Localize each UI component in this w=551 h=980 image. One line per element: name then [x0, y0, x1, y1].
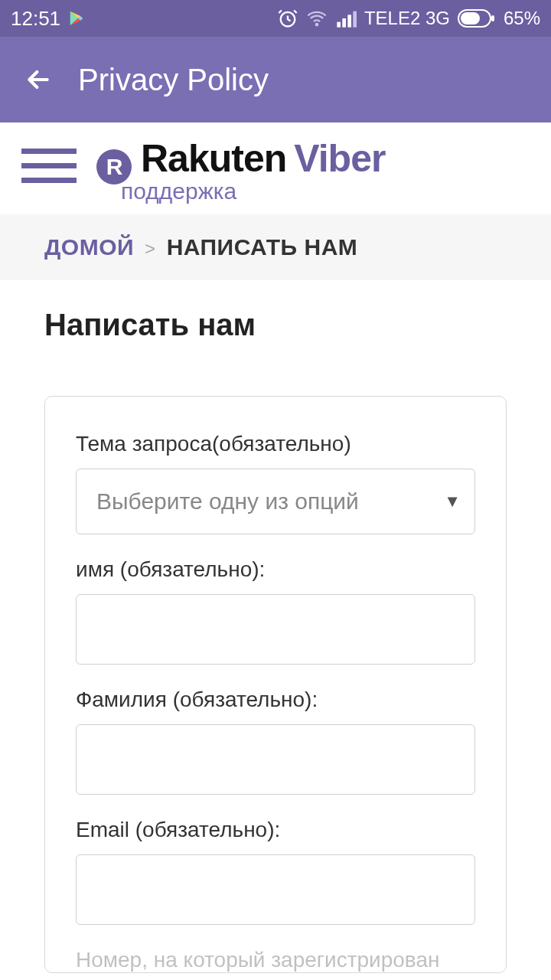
subject-placeholder: Выберите одну из опций [96, 488, 359, 514]
field-subject: Тема запроса(обязательно) Выберите одну … [76, 432, 475, 534]
battery-percent: 65% [504, 8, 540, 29]
firstname-label: имя (обязательно): [76, 557, 475, 582]
svg-rect-8 [491, 15, 494, 21]
breadcrumb-current: НАПИСАТЬ НАМ [167, 234, 358, 260]
svg-rect-5 [353, 11, 357, 28]
firstname-input[interactable] [76, 594, 475, 665]
field-firstname: имя (обязательно): [76, 557, 475, 665]
page-title: Написать нам [44, 308, 507, 342]
appbar-title: Privacy Policy [78, 63, 269, 97]
breadcrumb-separator: > [145, 238, 156, 260]
site-header: R Rakuten Viber поддержка [0, 122, 551, 214]
chevron-down-icon: ▼ [444, 492, 461, 511]
app-bar: Privacy Policy [0, 37, 551, 122]
logo-r-icon: R [96, 149, 132, 185]
lastname-label: Фамилия (обязательно): [76, 688, 475, 712]
wifi-icon [306, 8, 328, 29]
svg-point-1 [316, 24, 318, 25]
play-store-icon [68, 10, 85, 27]
subject-label: Тема запроса(обязательно) [76, 432, 475, 456]
signal-icon [335, 8, 357, 29]
breadcrumb: ДОМОЙ > НАПИСАТЬ НАМ [0, 214, 551, 280]
email-input[interactable] [76, 854, 475, 925]
subject-select[interactable]: Выберите одну из опций ▼ [76, 469, 475, 534]
status-time: 12:51 [11, 7, 60, 31]
logo-brand2: Viber [294, 136, 385, 181]
email-label: Email (обязательно): [76, 818, 475, 842]
phone-label-cutoff: Номер, на который зарегистрирован [76, 948, 475, 972]
field-lastname: Фамилия (обязательно): [76, 688, 475, 795]
svg-rect-7 [461, 12, 480, 24]
svg-rect-4 [347, 15, 351, 27]
contact-form: Тема запроса(обязательно) Выберите одну … [44, 396, 507, 973]
field-email: Email (обязательно): [76, 818, 475, 925]
status-bar: 12:51 TELE2 3G 65% [0, 0, 551, 37]
back-icon[interactable] [23, 64, 54, 95]
logo-brand1: Rakuten [141, 136, 286, 181]
status-left: 12:51 [11, 7, 85, 31]
content: Написать нам Тема запроса(обязательно) В… [0, 280, 551, 973]
lastname-input[interactable] [76, 724, 475, 795]
carrier-label: TELE2 3G [364, 8, 450, 29]
battery-icon [458, 9, 496, 28]
svg-rect-2 [337, 22, 341, 28]
status-right: TELE2 3G 65% [277, 8, 540, 29]
alarm-icon [277, 8, 298, 29]
logo-subtitle: поддержка [96, 178, 385, 204]
svg-rect-3 [342, 18, 346, 28]
logo[interactable]: R Rakuten Viber поддержка [96, 136, 385, 204]
menu-icon[interactable] [21, 136, 77, 183]
breadcrumb-home[interactable]: ДОМОЙ [44, 234, 134, 260]
